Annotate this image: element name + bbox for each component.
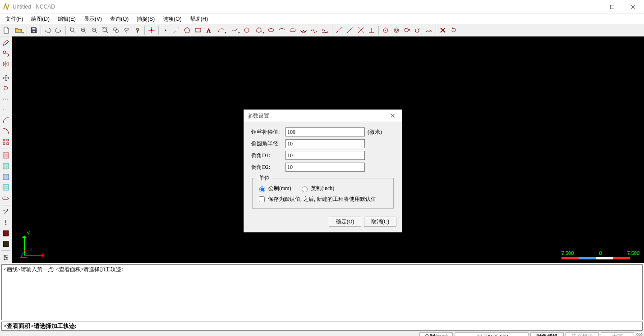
- rotate-icon[interactable]: [0, 84, 11, 94]
- svg-rect-76: [3, 231, 9, 236]
- open-file-icon[interactable]: [12, 25, 25, 36]
- move-icon[interactable]: [0, 73, 11, 83]
- menu-help[interactable]: 帮助(H): [186, 14, 212, 24]
- menu-edit[interactable]: 编辑(E): [54, 14, 79, 24]
- close-button[interactable]: [622, 0, 643, 14]
- wave-icon[interactable]: [309, 25, 320, 36]
- link-icon[interactable]: [0, 49, 11, 59]
- fillet-input[interactable]: [285, 139, 365, 148]
- tangent-circle-icon[interactable]: [402, 25, 413, 36]
- comp-input[interactable]: [285, 127, 365, 136]
- wave2-icon[interactable]: [320, 25, 331, 36]
- ellipse-arc-icon[interactable]: [276, 25, 287, 36]
- lasso-select-icon[interactable]: [121, 25, 132, 36]
- slot-icon[interactable]: [287, 25, 298, 36]
- save-default-checkbox[interactable]: 保存为默认值, 之后, 新建的工程将使用默认值: [257, 195, 389, 204]
- status-caps[interactable]: 大写: [601, 332, 634, 336]
- layer-red-icon[interactable]: [0, 151, 11, 161]
- maximize-button[interactable]: [602, 0, 622, 14]
- svg-point-52: [415, 29, 419, 32]
- svg-line-14: [95, 31, 97, 33]
- polygon-icon[interactable]: [182, 25, 193, 36]
- svg-rect-1: [610, 5, 614, 9]
- perpendicular-icon[interactable]: [366, 25, 377, 36]
- svg-point-49: [396, 29, 398, 32]
- zoom-extents-icon[interactable]: [100, 25, 110, 36]
- new-file-icon[interactable]: [1, 25, 12, 36]
- command-input[interactable]: [1, 322, 643, 331]
- tangent-line-icon[interactable]: [413, 25, 423, 36]
- menu-draw[interactable]: 绘图(D): [28, 14, 53, 24]
- wand-icon[interactable]: [0, 207, 11, 217]
- menu-view[interactable]: 显示(V): [80, 14, 106, 24]
- curve-l-icon[interactable]: [0, 116, 11, 126]
- menu-snap[interactable]: 捕捉(S): [133, 14, 158, 24]
- spline-icon[interactable]: [228, 25, 241, 36]
- rotate-sketch-icon[interactable]: [448, 25, 459, 36]
- array-grid-icon[interactable]: [0, 137, 11, 147]
- radio-metric-input[interactable]: [259, 186, 265, 192]
- dashed-line-icon[interactable]: [0, 94, 11, 104]
- undo-icon[interactable]: [42, 25, 53, 36]
- fillet-shape-icon[interactable]: [298, 25, 309, 36]
- point-crosshair-icon[interactable]: [146, 25, 157, 36]
- status-snap[interactable]: 对象捕捉: [530, 332, 564, 336]
- trim-icon[interactable]: [334, 25, 345, 36]
- cloud-icon[interactable]: [0, 193, 11, 203]
- ellipse-icon[interactable]: [266, 25, 276, 36]
- settings-sliders-icon[interactable]: [0, 253, 11, 263]
- stop-red-icon[interactable]: [0, 228, 11, 238]
- radio-inch[interactable]: 英制(inch): [299, 185, 335, 192]
- radio-metric[interactable]: 公制(mm): [257, 185, 291, 192]
- zoom-out-icon[interactable]: [89, 25, 100, 36]
- circle-center-icon[interactable]: [380, 25, 391, 36]
- command-history[interactable]: <画线>请输入第一点: <查看面积>请选择加工轨迹:: [1, 264, 643, 320]
- minimize-button[interactable]: [581, 0, 602, 14]
- concentric-icon[interactable]: [391, 25, 402, 36]
- zoom-in-icon[interactable]: [78, 25, 89, 36]
- arc-icon[interactable]: [214, 25, 228, 36]
- cancel-button[interactable]: 取消(C): [364, 217, 396, 227]
- axis-gizmo: Y X Z: [20, 232, 47, 259]
- d2-input[interactable]: [285, 163, 365, 172]
- d1-input[interactable]: [285, 151, 365, 160]
- svg-point-47: [385, 30, 386, 31]
- text-icon[interactable]: A: [203, 25, 214, 36]
- menu-options[interactable]: 选项(O): [159, 14, 185, 24]
- dialog-close-icon[interactable]: ✕: [387, 112, 398, 120]
- sketch-icon[interactable]: [423, 25, 434, 36]
- dot-line-icon[interactable]: [0, 105, 11, 115]
- ok-button[interactable]: 确定(O): [329, 217, 361, 227]
- menu-query[interactable]: 查询(Q): [106, 14, 132, 24]
- layer-green-icon[interactable]: [0, 161, 11, 171]
- redo-icon[interactable]: [53, 25, 64, 36]
- circle-icon[interactable]: [241, 25, 252, 36]
- zoom-window-icon[interactable]: [67, 25, 78, 36]
- line-icon[interactable]: [171, 25, 182, 36]
- menu-file[interactable]: 文件(F): [2, 14, 27, 24]
- dot-icon[interactable]: [160, 25, 171, 36]
- dialog-titlebar[interactable]: 参数设置 ✕: [244, 110, 402, 122]
- circle-3pt-icon[interactable]: [252, 25, 266, 36]
- radio-inch-input[interactable]: [302, 186, 308, 192]
- delete-x-icon[interactable]: [437, 25, 448, 36]
- pan-icon[interactable]: [110, 25, 121, 36]
- break-icon[interactable]: [355, 25, 366, 36]
- status-ortho[interactable]: 正交模式: [566, 332, 599, 336]
- layer-blue-icon[interactable]: [0, 172, 11, 182]
- curve-r-icon[interactable]: [0, 126, 11, 136]
- layer-cyan-icon[interactable]: [0, 183, 11, 193]
- save-default-input[interactable]: [259, 196, 265, 202]
- mirror-h-icon[interactable]: [0, 59, 11, 69]
- stop-dark-icon[interactable]: [0, 239, 11, 249]
- resize-grip-icon[interactable]: [636, 333, 643, 336]
- extend-icon[interactable]: [345, 25, 355, 36]
- status-units[interactable]: 公制(mm): [419, 332, 453, 336]
- save-file-icon[interactable]: [28, 25, 39, 36]
- alert-icon[interactable]: [0, 218, 11, 227]
- svg-rect-63: [7, 143, 9, 145]
- svg-point-25: [165, 30, 166, 31]
- draw-pencil-icon[interactable]: [0, 38, 11, 48]
- help-icon[interactable]: ?: [132, 25, 143, 36]
- rectangle-icon[interactable]: [193, 25, 203, 36]
